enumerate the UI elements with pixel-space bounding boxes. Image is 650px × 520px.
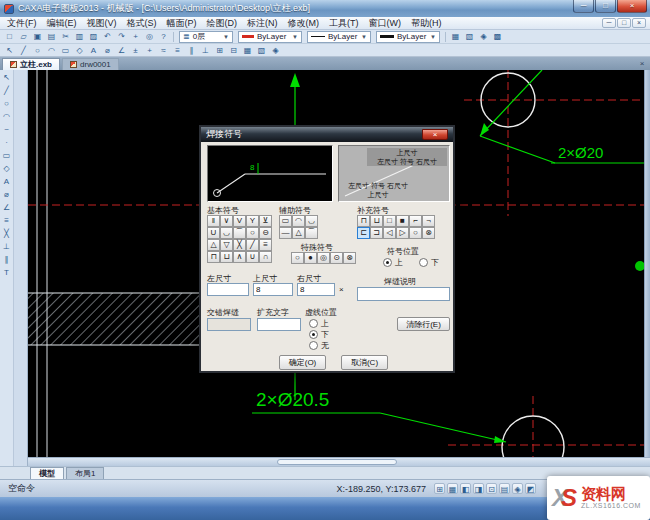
spline-icon[interactable]: ~ <box>1 124 13 135</box>
basic-symbol-button[interactable]: ∧ <box>233 251 246 263</box>
supplement-symbol-button[interactable]: ¬ <box>422 215 435 227</box>
dashline-none-radio[interactable]: 无 <box>309 340 329 351</box>
menu-item[interactable]: 修改(M) <box>283 17 325 29</box>
menu-item[interactable]: 标注(N) <box>242 17 283 29</box>
basic-symbol-button[interactable]: ○ <box>246 227 259 239</box>
supplement-symbol-button[interactable]: ⌐ <box>409 215 422 227</box>
mdi-restore-button[interactable]: □ <box>617 18 631 28</box>
circle-icon[interactable]: ○ <box>1 98 13 109</box>
supplement-symbol-button[interactable]: ■ <box>396 215 409 227</box>
basic-symbol-button[interactable]: Y <box>246 215 259 227</box>
special-symbol-button[interactable]: ⊗ <box>343 252 356 264</box>
tab-model[interactable]: 模型 <box>30 467 64 479</box>
basic-symbol-button[interactable]: ⊓ <box>207 251 220 263</box>
basic-symbol-button[interactable]: ╳ <box>233 239 246 251</box>
supplement-symbol-button[interactable]: □ <box>383 215 396 227</box>
extend-input[interactable] <box>257 318 301 331</box>
menu-item[interactable]: 文件(F) <box>2 17 42 29</box>
dialog-title-bar[interactable]: 焊接符号 × <box>201 127 453 142</box>
right-dim-input[interactable] <box>297 283 335 296</box>
basic-symbol-button[interactable]: ‖ <box>207 215 220 227</box>
supplement-symbol-button[interactable]: ○ <box>409 227 422 239</box>
line-icon[interactable]: ╱ <box>17 45 30 56</box>
dim-linear-icon[interactable]: ≡ <box>1 215 13 226</box>
zoom-icon[interactable]: ◎ <box>143 31 156 42</box>
status-icon[interactable]: ◧ <box>460 483 471 494</box>
text-icon[interactable]: A <box>87 45 100 56</box>
tab-layout[interactable]: 布局1 <box>66 467 104 479</box>
copy-icon[interactable]: ▥ <box>73 31 86 42</box>
status-icon[interactable]: ⊞ <box>434 483 445 494</box>
basic-symbol-button[interactable]: ╱ <box>246 239 259 251</box>
select-icon[interactable]: ↖ <box>3 45 16 56</box>
auxiliary-symbol-button[interactable]: ▭ <box>279 215 292 227</box>
arc-icon[interactable]: ◠ <box>45 45 58 56</box>
status-icon[interactable]: ◨ <box>473 483 484 494</box>
placement-bottom-option[interactable]: 左尺寸 符号 右尺寸 上尺寸 <box>342 181 414 199</box>
basic-symbol-button[interactable]: ∩ <box>259 251 272 263</box>
status-icon[interactable]: ▤ <box>499 483 510 494</box>
vertical-scrollbar[interactable] <box>644 70 650 457</box>
special-symbol-button[interactable]: ⊙ <box>330 252 343 264</box>
basic-symbol-button[interactable]: U <box>207 227 220 239</box>
menu-item[interactable]: 格式(S) <box>122 17 162 29</box>
mdi-minimize-button[interactable]: ─ <box>602 18 616 28</box>
open-icon[interactable]: ▱ <box>17 31 30 42</box>
menu-item[interactable]: 工具(T) <box>324 17 364 29</box>
close-button[interactable]: × <box>617 0 647 13</box>
maximize-button[interactable]: □ <box>595 0 616 13</box>
top-dim-input[interactable] <box>253 283 293 296</box>
weld-desc-input[interactable] <box>357 287 450 301</box>
ok-button[interactable]: 确定(O) <box>279 355 326 370</box>
basic-symbol-button[interactable]: ⌒ <box>233 227 246 239</box>
linetype-dropdown[interactable]: ByLayer▼ <box>307 31 371 43</box>
basic-symbol-button[interactable]: △ <box>207 239 220 251</box>
tolerance-icon[interactable]: ± <box>129 45 142 56</box>
basic-symbol-button[interactable]: ⊖ <box>259 227 272 239</box>
perpendicular-icon[interactable]: ⊥ <box>199 45 212 56</box>
dashline-down-radio[interactable]: 下 <box>309 329 329 340</box>
supplement-symbol-button[interactable]: ⊏ <box>357 227 370 239</box>
menu-item[interactable]: 编辑(E) <box>42 17 82 29</box>
erase-icon[interactable]: ╳ <box>1 228 13 239</box>
horizontal-scrollbar[interactable] <box>28 457 650 466</box>
properties-icon[interactable]: ▦ <box>449 31 462 42</box>
scrollbar-thumb[interactable] <box>277 459 397 465</box>
dialog-close-button[interactable]: × <box>422 129 448 140</box>
diameter-icon[interactable]: ⌀ <box>101 45 114 56</box>
snap-icon[interactable]: ⊟ <box>227 45 240 56</box>
position-down-radio[interactable]: 下 <box>419 257 439 268</box>
status-icon[interactable]: ◈ <box>512 483 523 494</box>
layer-dropdown[interactable]: ≣ 0层▼ <box>179 31 233 43</box>
text-icon[interactable]: A <box>1 176 13 187</box>
dashline-up-radio[interactable]: 上 <box>309 318 329 329</box>
paste-icon[interactable]: ▨ <box>87 31 100 42</box>
cut-icon[interactable]: ✂ <box>59 31 72 42</box>
menu-item[interactable]: 窗口(W) <box>364 17 407 29</box>
special-symbol-button[interactable]: ◎ <box>317 252 330 264</box>
auxiliary-symbol-button[interactable]: ⌒ <box>305 227 318 239</box>
menu-item[interactable]: 帮助(H) <box>406 17 447 29</box>
angle-icon[interactable]: ∠ <box>115 45 128 56</box>
wave-icon[interactable]: ≈ <box>157 45 170 56</box>
dim-angle-icon[interactable]: ∠ <box>1 202 13 213</box>
layers-icon[interactable]: ≡ <box>171 45 184 56</box>
status-icon[interactable]: ▦ <box>447 483 458 494</box>
basic-symbol-button[interactable]: V <box>233 215 246 227</box>
plus-icon[interactable]: + <box>143 45 156 56</box>
basic-symbol-button[interactable]: ≡ <box>259 239 272 251</box>
tab-drw0001[interactable]: drw0001 <box>62 58 119 70</box>
basic-symbol-button[interactable]: ⊻ <box>259 215 272 227</box>
line-icon[interactable]: ╱ <box>1 85 13 96</box>
placement-top-option[interactable]: 上尺寸 左尺寸 符号 右尺寸 <box>367 148 447 166</box>
special-symbol-button[interactable]: ● <box>304 252 317 264</box>
auxiliary-symbol-button[interactable]: ◡ <box>305 215 318 227</box>
match-icon[interactable]: ▧ <box>463 31 476 42</box>
rect-icon[interactable]: ▭ <box>1 150 13 161</box>
annotate-icon[interactable]: T <box>1 267 13 278</box>
left-dim-input[interactable] <box>207 283 249 296</box>
placement-diagram[interactable]: 上尺寸 左尺寸 符号 右尺寸 左尺寸 符号 右尺寸 上尺寸 <box>338 145 450 202</box>
polygon-icon[interactable]: ◇ <box>73 45 86 56</box>
parallel-icon[interactable]: ∥ <box>1 254 13 265</box>
select-icon[interactable]: ↖ <box>1 72 13 83</box>
